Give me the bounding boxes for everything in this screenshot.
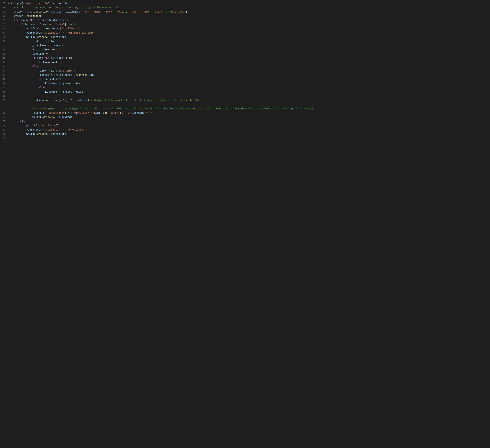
token-op: ( [34, 124, 35, 127]
code-line[interactable]: # Some examples of making hyperlinks in … [8, 107, 488, 111]
code-line[interactable]: writer = csv.DictWriter(csvfile, fieldna… [8, 10, 488, 14]
token-var: writer [32, 116, 42, 119]
token-op: [ [46, 23, 48, 26]
token-op: ( [107, 111, 109, 114]
code-line[interactable]: linkName = re.sub(r'"', '', linkName) # … [8, 98, 488, 102]
token-op: ] = [60, 31, 66, 34]
token-var: _parsed [39, 73, 49, 77]
token-op [8, 111, 32, 114]
token-var: data [32, 48, 39, 51]
token-op [8, 36, 26, 39]
code-area[interactable]: with open('output.csv', 'w') as csvfile:… [8, 1, 490, 140]
token-var: _parsed [61, 82, 72, 85]
code-line[interactable]: writer.writerow(searchItem) [8, 132, 488, 136]
token-op: ) [57, 124, 58, 127]
token-op [8, 19, 14, 22]
code-line[interactable]: if _parsed.path: [8, 77, 488, 81]
token-str: '' [69, 99, 72, 102]
token-var: artifacts [45, 40, 58, 43]
token-op: ( [58, 99, 60, 102]
code-line[interactable]: if data and len(data) > 0: [8, 56, 488, 60]
token-op [8, 65, 32, 68]
code-line[interactable]: writer.writerow(_blankRow) [8, 115, 488, 119]
code-line[interactable]: with open('output.csv', 'w') as csvfile: [8, 1, 488, 6]
token-op: ) [66, 48, 68, 51]
token-str: \", \" [121, 111, 131, 114]
token-str: "artifacts" [43, 128, 60, 131]
code-line[interactable]: writer.writerow(searchItem) [8, 35, 488, 39]
code-line[interactable]: for link in artifacts: [8, 39, 488, 44]
token-var: linkName [45, 90, 57, 93]
line-number: 48 [2, 90, 6, 94]
token-op [8, 120, 20, 123]
token-op: . [72, 82, 74, 85]
line-number: 28 [2, 6, 6, 10]
line-number: 44 [2, 73, 6, 77]
token-var: linkName [45, 82, 57, 85]
token-fn: urlparse [74, 73, 86, 77]
code-line[interactable]: else: [8, 119, 488, 124]
token-op: , [66, 99, 69, 102]
line-number: 46 [2, 81, 6, 86]
token-str: 'name' [141, 10, 150, 13]
token-str: '"' [61, 99, 66, 102]
code-line[interactable] [8, 136, 488, 140]
token-op: : [68, 19, 69, 22]
code-line[interactable]: searchItem["artifacts"] = "None listed" [8, 128, 488, 132]
token-var: parse [65, 73, 72, 77]
token-op: : [68, 2, 69, 5]
code-line[interactable] [8, 94, 488, 98]
token-op: = [39, 48, 43, 51]
code-line[interactable]: print("No artifacts") [8, 124, 488, 128]
token-bi: print [26, 124, 34, 127]
code-line[interactable]: else: [8, 64, 488, 69]
token-op: [ [42, 31, 43, 34]
token-op: ) [95, 73, 97, 77]
token-op: , [114, 10, 117, 13]
code-line[interactable]: _blankRow["artifacts"] = f"=HYPERLINK(\"… [8, 111, 488, 115]
code-editor[interactable]: 2728293031323334353637383940414243444546… [0, 0, 490, 142]
code-line[interactable]: linkName = _parsed.netloc [8, 90, 488, 94]
token-op [8, 40, 26, 43]
code-line[interactable]: _blankRow = blankRow [8, 44, 488, 48]
code-line[interactable]: artifacts = searchItem["artifacts"] [8, 27, 488, 31]
token-fn: get [51, 48, 55, 51]
code-line[interactable]: linkName = data [8, 60, 488, 64]
token-var: link [43, 48, 49, 51]
token-kw: in [39, 40, 45, 43]
token-op: ]) [185, 10, 189, 13]
code-line[interactable]: else: [8, 86, 488, 90]
token-var: artifacts [26, 27, 40, 30]
token-op [8, 69, 39, 72]
token-op: . [54, 78, 55, 81]
code-line[interactable] [8, 102, 488, 107]
token-op [8, 124, 26, 127]
token-op [8, 15, 14, 18]
token-str: 'rank' [104, 10, 114, 13]
code-line[interactable]: _link = link.get('link') [8, 69, 488, 73]
token-var: writer [26, 36, 35, 39]
token-var: linkName [75, 99, 88, 102]
line-number: 47 [2, 86, 6, 90]
token-fn: writerow [37, 36, 49, 39]
code-line[interactable]: linkName = "" [8, 52, 488, 56]
token-op: ( [55, 48, 57, 51]
token-str: "No artifacts" [35, 124, 57, 127]
code-line[interactable]: for searchItem in searchesToProcess: [8, 18, 488, 22]
code-line[interactable]: if len(searchItem["artifacts"]) >= 1: [8, 22, 488, 27]
code-line[interactable]: linkName = _parsed.path [8, 81, 488, 86]
token-var: csvfile [51, 10, 61, 13]
code-line[interactable]: data = link.get('data') [8, 48, 488, 52]
code-line[interactable]: # Built in, thanks Python: https://docs.… [8, 6, 488, 10]
token-var: searchItem [26, 31, 42, 34]
token-op: . [57, 69, 58, 72]
token-var: searchesToProcess [42, 19, 68, 22]
token-str: 'output.csv' [23, 2, 42, 5]
token-kw: for [14, 19, 20, 22]
code-line[interactable]: searchItem["artifacts"] = "Multiple see … [8, 31, 488, 35]
token-tvar: link [95, 111, 101, 114]
code-line[interactable]: _parsed = urllib.parse.urlparse(_link) [8, 73, 488, 77]
token-op [8, 82, 45, 85]
token-kw: else [20, 120, 26, 123]
code-line[interactable]: writer.writeheader() [8, 14, 488, 18]
